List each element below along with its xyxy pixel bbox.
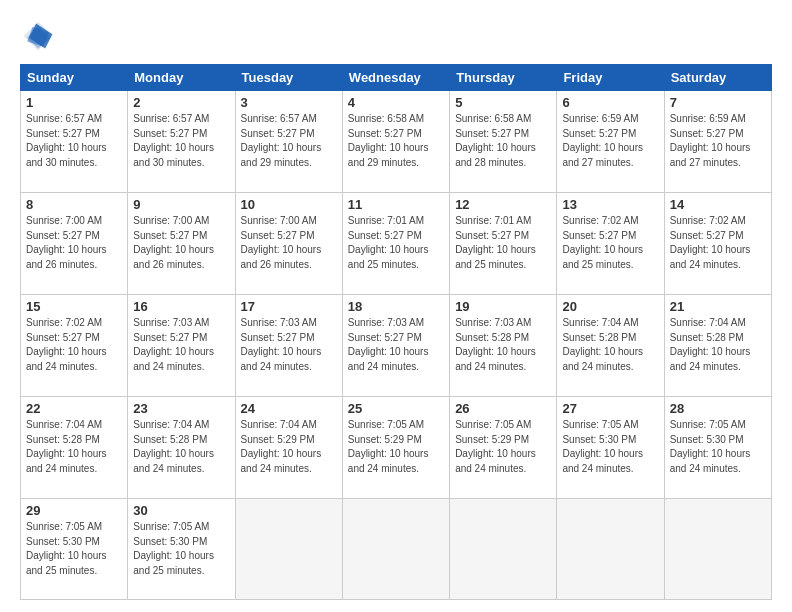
col-sunday: Sunday — [21, 65, 128, 91]
table-row: 3Sunrise: 6:57 AMSunset: 5:27 PMDaylight… — [235, 91, 342, 193]
col-tuesday: Tuesday — [235, 65, 342, 91]
calendar-header-row: Sunday Monday Tuesday Wednesday Thursday… — [21, 65, 772, 91]
logo-icon — [20, 18, 56, 54]
header — [20, 18, 772, 54]
table-row: 5Sunrise: 6:58 AMSunset: 5:27 PMDaylight… — [450, 91, 557, 193]
table-row: 20Sunrise: 7:04 AMSunset: 5:28 PMDayligh… — [557, 295, 664, 397]
table-row: 8Sunrise: 7:00 AMSunset: 5:27 PMDaylight… — [21, 193, 128, 295]
week-row-1: 1Sunrise: 6:57 AMSunset: 5:27 PMDaylight… — [21, 91, 772, 193]
col-thursday: Thursday — [450, 65, 557, 91]
table-row: 23Sunrise: 7:04 AMSunset: 5:28 PMDayligh… — [128, 397, 235, 499]
table-row: 29Sunrise: 7:05 AMSunset: 5:30 PMDayligh… — [21, 499, 128, 600]
col-friday: Friday — [557, 65, 664, 91]
table-row: 6Sunrise: 6:59 AMSunset: 5:27 PMDaylight… — [557, 91, 664, 193]
col-monday: Monday — [128, 65, 235, 91]
table-row: 25Sunrise: 7:05 AMSunset: 5:29 PMDayligh… — [342, 397, 449, 499]
table-row — [450, 499, 557, 600]
table-row: 12Sunrise: 7:01 AMSunset: 5:27 PMDayligh… — [450, 193, 557, 295]
table-row: 22Sunrise: 7:04 AMSunset: 5:28 PMDayligh… — [21, 397, 128, 499]
table-row: 16Sunrise: 7:03 AMSunset: 5:27 PMDayligh… — [128, 295, 235, 397]
table-row: 7Sunrise: 6:59 AMSunset: 5:27 PMDaylight… — [664, 91, 771, 193]
table-row: 11Sunrise: 7:01 AMSunset: 5:27 PMDayligh… — [342, 193, 449, 295]
table-row: 13Sunrise: 7:02 AMSunset: 5:27 PMDayligh… — [557, 193, 664, 295]
table-row: 4Sunrise: 6:58 AMSunset: 5:27 PMDaylight… — [342, 91, 449, 193]
table-row: 1Sunrise: 6:57 AMSunset: 5:27 PMDaylight… — [21, 91, 128, 193]
page: Sunday Monday Tuesday Wednesday Thursday… — [0, 0, 792, 612]
col-saturday: Saturday — [664, 65, 771, 91]
table-row: 28Sunrise: 7:05 AMSunset: 5:30 PMDayligh… — [664, 397, 771, 499]
table-row: 9Sunrise: 7:00 AMSunset: 5:27 PMDaylight… — [128, 193, 235, 295]
calendar-table: Sunday Monday Tuesday Wednesday Thursday… — [20, 64, 772, 600]
table-row: 19Sunrise: 7:03 AMSunset: 5:28 PMDayligh… — [450, 295, 557, 397]
table-row: 15Sunrise: 7:02 AMSunset: 5:27 PMDayligh… — [21, 295, 128, 397]
col-wednesday: Wednesday — [342, 65, 449, 91]
table-row: 18Sunrise: 7:03 AMSunset: 5:27 PMDayligh… — [342, 295, 449, 397]
table-row: 26Sunrise: 7:05 AMSunset: 5:29 PMDayligh… — [450, 397, 557, 499]
table-row — [664, 499, 771, 600]
table-row: 10Sunrise: 7:00 AMSunset: 5:27 PMDayligh… — [235, 193, 342, 295]
table-row — [235, 499, 342, 600]
table-row: 27Sunrise: 7:05 AMSunset: 5:30 PMDayligh… — [557, 397, 664, 499]
week-row-5: 29Sunrise: 7:05 AMSunset: 5:30 PMDayligh… — [21, 499, 772, 600]
table-row: 30Sunrise: 7:05 AMSunset: 5:30 PMDayligh… — [128, 499, 235, 600]
table-row: 17Sunrise: 7:03 AMSunset: 5:27 PMDayligh… — [235, 295, 342, 397]
table-row: 21Sunrise: 7:04 AMSunset: 5:28 PMDayligh… — [664, 295, 771, 397]
table-row: 14Sunrise: 7:02 AMSunset: 5:27 PMDayligh… — [664, 193, 771, 295]
table-row — [342, 499, 449, 600]
table-row: 24Sunrise: 7:04 AMSunset: 5:29 PMDayligh… — [235, 397, 342, 499]
table-row: 2Sunrise: 6:57 AMSunset: 5:27 PMDaylight… — [128, 91, 235, 193]
table-row — [557, 499, 664, 600]
week-row-4: 22Sunrise: 7:04 AMSunset: 5:28 PMDayligh… — [21, 397, 772, 499]
logo — [20, 18, 62, 54]
week-row-3: 15Sunrise: 7:02 AMSunset: 5:27 PMDayligh… — [21, 295, 772, 397]
week-row-2: 8Sunrise: 7:00 AMSunset: 5:27 PMDaylight… — [21, 193, 772, 295]
